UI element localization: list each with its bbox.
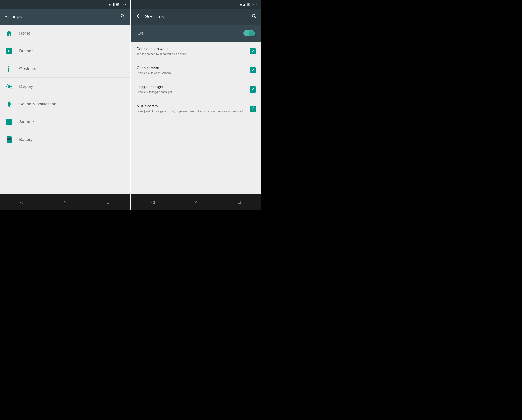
battery-icon bbox=[5, 136, 13, 143]
svg-line-18 bbox=[7, 84, 8, 85]
svg-rect-26 bbox=[6, 123, 13, 125]
svg-rect-24 bbox=[6, 119, 13, 121]
svg-rect-33 bbox=[245, 3, 246, 6]
storage-icon bbox=[5, 118, 13, 126]
nav-bar-left: ◁ ○ □ bbox=[0, 194, 130, 210]
svg-rect-22 bbox=[8, 106, 10, 107]
settings-title: Settings bbox=[4, 14, 116, 19]
svg-line-8 bbox=[123, 17, 125, 18]
battery-icon-left bbox=[116, 3, 119, 6]
home-button-right[interactable]: ○ bbox=[190, 198, 203, 207]
panel-divider bbox=[130, 0, 131, 210]
home-icon bbox=[5, 29, 13, 37]
svg-rect-3 bbox=[114, 3, 115, 6]
back-arrow-icon[interactable] bbox=[136, 13, 141, 20]
svg-rect-34 bbox=[246, 3, 246, 6]
svg-line-21 bbox=[7, 88, 8, 89]
svg-rect-25 bbox=[6, 121, 13, 123]
svg-rect-36 bbox=[250, 4, 251, 5]
gesture-text-music: Music control Draw || with two fingers t… bbox=[137, 104, 246, 113]
vibrate-icon: ▣ bbox=[108, 3, 111, 6]
gesture-desc-music: Draw || with two fingers to play or paus… bbox=[137, 109, 246, 113]
gestures-list: Double tap to wake Tap the screen twice … bbox=[131, 42, 261, 194]
settings-item-gestures[interactable]: Gestures bbox=[0, 60, 130, 78]
gestures-icon bbox=[5, 65, 13, 73]
gesture-title-music: Music control bbox=[137, 104, 246, 108]
gesture-item-double-tap[interactable]: Double tap to wake Tap the screen twice … bbox=[131, 42, 261, 61]
gestures-search-icon[interactable] bbox=[251, 13, 257, 20]
toggle-label: On bbox=[138, 31, 143, 36]
gesture-desc-double-tap: Tap the screen twice to wake up device bbox=[137, 52, 246, 56]
gestures-panel: ▣ 9:14 Gestures bbox=[131, 0, 261, 210]
toggle-knob bbox=[249, 31, 254, 36]
checkbox-flashlight[interactable] bbox=[250, 86, 256, 92]
buttons-label: Buttons bbox=[19, 49, 33, 53]
svg-rect-31 bbox=[243, 5, 244, 6]
svg-point-11 bbox=[8, 67, 9, 68]
gesture-title-double-tap: Double tap to wake bbox=[137, 47, 246, 51]
gesture-title-camera: Open camera bbox=[137, 66, 246, 70]
settings-item-sound[interactable]: Sound & notification bbox=[0, 95, 130, 113]
svg-rect-37 bbox=[247, 4, 249, 5]
settings-item-battery[interactable]: Battery bbox=[0, 131, 130, 148]
checkbox-camera[interactable] bbox=[250, 67, 256, 74]
back-button-left[interactable]: ◁ bbox=[15, 198, 28, 207]
settings-item-buttons[interactable]: B Buttons bbox=[0, 42, 130, 60]
gesture-item-camera[interactable]: Open camera Draw an O to open camera bbox=[131, 61, 261, 80]
gestures-app-bar: Gestures bbox=[131, 9, 261, 24]
checkbox-music[interactable] bbox=[250, 106, 256, 112]
checkbox-double-tap[interactable] bbox=[250, 48, 256, 54]
svg-rect-6 bbox=[116, 4, 118, 5]
home-label: Home bbox=[19, 31, 31, 36]
gestures-toggle-row[interactable]: On bbox=[131, 24, 261, 42]
signal-icon-right bbox=[243, 3, 246, 6]
svg-rect-1 bbox=[113, 4, 113, 6]
settings-search-icon[interactable] bbox=[120, 13, 125, 20]
recent-button-right[interactable]: □ bbox=[233, 198, 246, 207]
time-right: 9:14 bbox=[252, 3, 258, 6]
gestures-label: Gestures bbox=[19, 66, 36, 71]
sound-label: Sound & notification bbox=[19, 102, 56, 106]
home-button-left[interactable]: ○ bbox=[58, 198, 71, 207]
svg-point-10 bbox=[8, 70, 9, 72]
vibrate-icon-right: ▣ bbox=[240, 3, 242, 6]
svg-line-20 bbox=[11, 84, 11, 85]
battery-label: Battery bbox=[19, 137, 32, 142]
status-bar-left: ▣ 9:13 bbox=[0, 0, 130, 9]
gestures-toggle-switch[interactable] bbox=[244, 30, 255, 36]
gesture-text-flashlight: Toggle flashlight Draw a V to toggle fla… bbox=[137, 85, 246, 94]
nav-bar-right: ◁ ○ □ bbox=[131, 194, 261, 210]
svg-line-39 bbox=[255, 17, 256, 18]
settings-item-display[interactable]: Display bbox=[0, 78, 130, 95]
battery-icon-right bbox=[247, 3, 251, 6]
svg-point-13 bbox=[8, 85, 10, 88]
svg-marker-9 bbox=[6, 31, 12, 36]
status-icons-right: ▣ bbox=[240, 3, 251, 6]
settings-app-bar: Settings bbox=[0, 9, 130, 24]
svg-rect-30 bbox=[7, 140, 11, 142]
gesture-title-flashlight: Toggle flashlight bbox=[137, 85, 246, 89]
gesture-text-double-tap: Double tap to wake Tap the screen twice … bbox=[137, 47, 246, 56]
gesture-item-music[interactable]: Music control Draw || with two fingers t… bbox=[131, 99, 261, 118]
buttons-icon: B bbox=[5, 47, 13, 55]
signal-icon bbox=[112, 3, 115, 6]
settings-item-home[interactable]: Home bbox=[0, 24, 130, 42]
svg-rect-0 bbox=[112, 5, 112, 6]
recent-button-left[interactable]: □ bbox=[101, 198, 115, 207]
sound-icon bbox=[5, 100, 13, 108]
settings-list: Home B Buttons Gestures bbox=[0, 24, 130, 194]
gesture-desc-flashlight: Draw a V to toggle flashlight bbox=[137, 90, 246, 94]
svg-line-19 bbox=[11, 88, 11, 89]
back-button-right[interactable]: ◁ bbox=[146, 198, 160, 207]
settings-item-storage[interactable]: Storage bbox=[0, 113, 130, 131]
gestures-title: Gestures bbox=[145, 14, 248, 19]
status-icons-left: ▣ bbox=[108, 3, 119, 6]
gesture-item-flashlight[interactable]: Toggle flashlight Draw a V to toggle fla… bbox=[131, 80, 261, 99]
gesture-text-camera: Open camera Draw an O to open camera bbox=[137, 66, 246, 75]
svg-rect-5 bbox=[119, 4, 119, 5]
display-icon bbox=[5, 82, 13, 90]
gesture-desc-camera: Draw an O to open camera bbox=[137, 71, 246, 75]
svg-rect-32 bbox=[244, 4, 245, 6]
storage-label: Storage bbox=[19, 120, 34, 124]
settings-panel: ▣ 9:13 Settings bbox=[0, 0, 130, 210]
